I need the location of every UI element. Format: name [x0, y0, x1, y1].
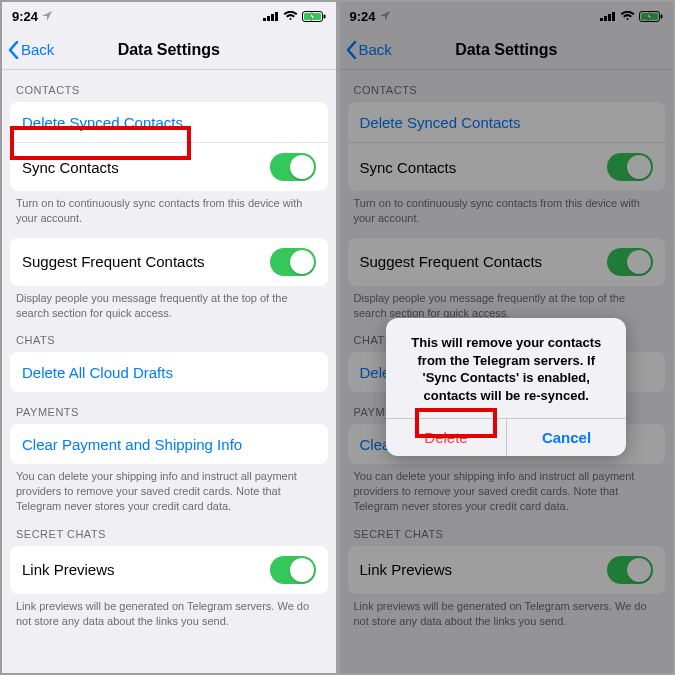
- svg-rect-1: [267, 16, 270, 21]
- delete-cloud-drafts-button[interactable]: Delete All Cloud Drafts: [10, 352, 328, 392]
- alert-cancel-button[interactable]: Cancel: [506, 419, 627, 456]
- confirm-delete-alert: This will remove your contacts from the …: [386, 318, 626, 456]
- section-header-contacts: CONTACTS: [2, 70, 336, 100]
- clear-payment-info-button[interactable]: Clear Payment and Shipping Info: [10, 424, 328, 464]
- sync-contacts-footer: Turn on to continuously sync contacts fr…: [2, 191, 336, 226]
- svg-rect-3: [275, 12, 278, 21]
- location-arrow-icon: [42, 11, 53, 22]
- nav-bar: Back Data Settings: [2, 30, 336, 70]
- sync-contacts-row: Sync Contacts: [10, 142, 328, 191]
- page-title: Data Settings: [118, 41, 220, 59]
- sync-contacts-toggle[interactable]: [270, 153, 316, 181]
- cellular-icon: [263, 11, 279, 21]
- battery-charging-icon: [302, 11, 326, 22]
- suggest-frequent-toggle[interactable]: [270, 248, 316, 276]
- link-previews-footer: Link previews will be generated on Teleg…: [2, 594, 336, 629]
- status-time: 9:24: [12, 9, 38, 24]
- section-header-secret-chats: SECRET CHATS: [2, 514, 336, 544]
- back-label: Back: [21, 41, 54, 58]
- alert-message: This will remove your contacts from the …: [386, 318, 626, 418]
- link-previews-toggle[interactable]: [270, 556, 316, 584]
- screenshot-left: 9:24 Back Data Settings CONTACTS Delete …: [0, 0, 338, 675]
- suggest-frequent-label: Suggest Frequent Contacts: [22, 253, 205, 270]
- delete-synced-contacts-button[interactable]: Delete Synced Contacts: [10, 102, 328, 142]
- alert-delete-button[interactable]: Delete: [386, 419, 506, 456]
- suggest-frequent-row: Suggest Frequent Contacts: [10, 238, 328, 286]
- suggest-frequent-footer: Display people you message frequently at…: [2, 286, 336, 321]
- section-header-chats: CHATS: [2, 320, 336, 350]
- svg-rect-2: [271, 14, 274, 21]
- sync-contacts-label: Sync Contacts: [22, 159, 119, 176]
- settings-content: CONTACTS Delete Synced Contacts Sync Con…: [2, 70, 336, 673]
- link-previews-label: Link Previews: [22, 561, 115, 578]
- wifi-icon: [283, 11, 298, 21]
- status-bar: 9:24: [2, 2, 336, 30]
- back-button[interactable]: Back: [8, 41, 54, 59]
- payments-footer: You can delete your shipping info and in…: [2, 464, 336, 514]
- link-previews-row: Link Previews: [10, 546, 328, 594]
- chevron-left-icon: [8, 41, 19, 59]
- svg-rect-0: [263, 18, 266, 21]
- svg-rect-6: [323, 14, 325, 18]
- screenshot-right: 9:24 Back Data Settings CONTACTS Delete …: [338, 0, 676, 675]
- section-header-payments: PAYMENTS: [2, 392, 336, 422]
